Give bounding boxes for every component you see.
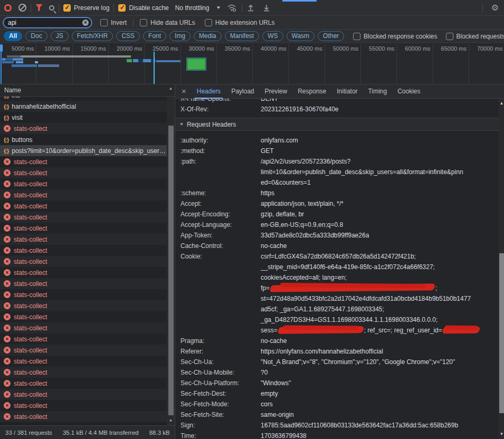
filter-type-all[interactable]: All — [4, 31, 22, 41]
request-row[interactable]: ×stats-collect — [0, 267, 167, 278]
request-name: stats-collect — [14, 225, 167, 232]
settings-gear-icon[interactable]: ⚙ — [491, 3, 499, 13]
filter-type-ws[interactable]: WS — [262, 31, 283, 41]
request-row[interactable]: ×stats-collect — [0, 156, 167, 167]
header-row: Cookie:csrf=LdfcGX4Sa72db06824c657db26a5… — [175, 251, 499, 336]
details-scrollbar[interactable]: ▲ ▼ — [499, 99, 504, 439]
request-row[interactable]: ×stats-collect — [0, 300, 167, 311]
request-row[interactable]: ×stats-collect — [0, 378, 167, 389]
request-headers-section-header[interactable]: ▼Request Headers — [175, 118, 499, 131]
network-conditions-icon[interactable] — [227, 4, 237, 12]
export-har-icon[interactable] — [262, 4, 271, 12]
request-name: posts?limit=10&order=publish_date_desc&s… — [12, 147, 167, 155]
filter-type-font[interactable]: Font — [143, 31, 166, 41]
tab-cookies[interactable]: Cookies — [392, 84, 425, 99]
request-row[interactable]: ×stats-collect — [0, 234, 167, 245]
request-row[interactable]: ×stats-collect — [0, 278, 167, 289]
request-row[interactable]: ×stats-collect — [0, 178, 167, 189]
filter-type-manifest[interactable]: Manifest — [225, 31, 259, 41]
clear-filter-icon[interactable]: × — [82, 20, 89, 26]
tab-payload[interactable]: Payload — [226, 84, 259, 99]
request-row[interactable]: ×stats-collect — [0, 345, 167, 356]
preserve-log-label: Preserve log — [74, 4, 109, 12]
filter-type-js[interactable]: JS — [51, 31, 69, 41]
request-row[interactable]: ×stats-collect — [0, 367, 167, 378]
blocked-response-cookies-checkbox[interactable] — [353, 33, 360, 40]
request-row[interactable]: ×stats-collect — [0, 167, 167, 178]
throttling-select[interactable]: No throttling — [175, 4, 210, 12]
error-icon: × — [4, 391, 11, 398]
record-button[interactable] — [4, 4, 12, 12]
invert-checkbox[interactable] — [100, 19, 108, 26]
scroll-down-icon[interactable]: ▼ — [167, 417, 175, 425]
request-row[interactable]: {:}hannahelizabethofficial — [0, 101, 167, 112]
request-row[interactable]: ×stats-collect — [0, 123, 167, 134]
preserve-log-checkbox[interactable] — [63, 4, 71, 12]
request-list-scrollbar[interactable]: ▲ ▼ — [167, 97, 175, 425]
search-icon[interactable] — [49, 5, 54, 11]
filter-icon[interactable] — [35, 4, 43, 12]
clipped-header-row: X-Frame-Options:DENY — [175, 99, 499, 104]
import-har-icon[interactable] — [246, 4, 255, 12]
hide-data-urls-checkbox[interactable] — [140, 19, 147, 26]
header-value-line: st=472d48a90d5433bfc2a2d17042e4dfdcafd31… — [261, 293, 499, 304]
request-row[interactable]: ×stats-collect — [0, 356, 167, 367]
filter-type-media[interactable]: Media — [194, 31, 222, 41]
network-toolbar: Preserve log Disable cache No throttling… — [0, 0, 504, 16]
tab-initiator[interactable]: Initiator — [331, 84, 363, 99]
name-column-header[interactable]: Name — [0, 84, 175, 97]
scrollbar-thumb[interactable] — [499, 253, 504, 413]
filter-type-doc[interactable]: Doc — [25, 31, 47, 41]
clipped-row-inner: X-Frame-Options:DENY — [175, 99, 499, 104]
request-row[interactable]: ×stats-collect — [0, 311, 167, 322]
hide-extension-urls-checkbox[interactable] — [205, 19, 212, 26]
request-row[interactable]: ×stats-collect — [0, 289, 167, 300]
tab-headers[interactable]: Headers — [192, 84, 226, 99]
request-name: stats-collect — [14, 280, 167, 288]
request-row[interactable]: ×stats-collect — [0, 411, 167, 422]
request-name: stats-collect — [14, 391, 167, 398]
filter-type-css[interactable]: CSS — [116, 31, 140, 41]
request-row[interactable]: ×stats-collect — [0, 322, 167, 333]
blocked-requests-checkbox[interactable] — [446, 33, 453, 40]
request-row[interactable]: {:}init — [0, 97, 167, 101]
request-row[interactable]: ×stats-collect — [0, 189, 167, 201]
request-row[interactable]: {:}visit — [0, 112, 167, 123]
error-icon: × — [4, 347, 11, 354]
timeline-tick-label: 5000 ms — [12, 45, 34, 52]
request-row[interactable]: {:}buttons — [0, 134, 167, 145]
scroll-down-icon[interactable]: ▼ — [499, 431, 504, 438]
request-row[interactable]: ×stats-collect — [0, 400, 167, 411]
overview-selection-box — [187, 58, 206, 70]
scrollbar-thumb[interactable] — [168, 126, 174, 415]
tab-preview[interactable]: Preview — [260, 84, 293, 99]
filter-type-fetch-xhr[interactable]: Fetch/XHR — [72, 31, 113, 41]
disable-cache-checkbox[interactable] — [118, 4, 126, 12]
clear-button[interactable] — [18, 4, 26, 12]
request-row[interactable]: ×stats-collect — [0, 333, 167, 345]
request-name: buttons — [12, 136, 167, 144]
request-row[interactable]: {:}posts?limit=10&order=publish_date_des… — [0, 145, 167, 156]
filter-type-img[interactable]: Img — [169, 31, 191, 41]
chevron-down-icon[interactable]: ▼ — [216, 5, 221, 10]
scroll-up-icon[interactable]: ▲ — [499, 100, 504, 107]
request-row[interactable]: ×stats-collect — [0, 256, 167, 267]
header-name: :authority: — [180, 135, 261, 146]
tab-response[interactable]: Response — [292, 84, 331, 99]
filter-input[interactable]: api × — [3, 17, 92, 28]
request-row[interactable]: ×stats-collect — [0, 201, 167, 212]
close-icon[interactable]: × — [175, 87, 192, 97]
request-row[interactable]: ×stats-collect — [0, 389, 167, 400]
tab-timing[interactable]: Timing — [363, 84, 393, 99]
network-overview-timeline[interactable]: 5000 ms10000 ms15000 ms20000 ms25000 ms3… — [0, 44, 504, 84]
request-name: stats-collect — [14, 180, 167, 188]
request-row[interactable]: ×stats-collect — [0, 223, 167, 234]
scroll-up-icon[interactable]: ▲ — [167, 85, 175, 92]
filter-type-wasm[interactable]: Wasm — [287, 31, 315, 41]
request-row[interactable]: ×stats-collect — [0, 245, 167, 256]
request-name: stats-collect — [14, 247, 167, 254]
request-row[interactable]: ×stats-collect — [0, 212, 167, 223]
filter-type-other[interactable]: Other — [318, 31, 344, 41]
timeline-tick-label: 60000 ms — [405, 45, 430, 52]
header-name: Sec-Ch-Ua-Platform: — [180, 378, 261, 388]
